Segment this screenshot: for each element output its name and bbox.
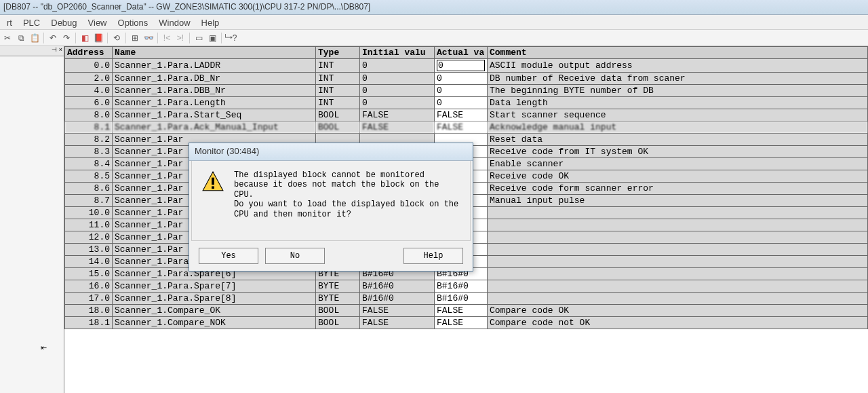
menu-debug[interactable]: Debug <box>45 16 82 29</box>
cell-type[interactable]: BYTE <box>316 293 360 305</box>
cell-av[interactable]: FALSE <box>435 121 488 134</box>
menu-plc[interactable]: PLC <box>18 16 45 29</box>
cell-type[interactable]: INT <box>316 73 360 85</box>
menu-options[interactable]: Options <box>113 16 154 29</box>
cell-iv[interactable]: 0 <box>360 59 435 73</box>
paste-icon[interactable]: 📋 <box>28 32 41 44</box>
cell-addr[interactable]: 14.0 <box>65 256 113 268</box>
cell-iv[interactable]: B#16#0 <box>360 293 435 305</box>
prev-icon[interactable]: !< <box>161 32 173 44</box>
cell-iv[interactable]: 0 <box>360 73 435 85</box>
cell-iv[interactable]: FALSE <box>360 121 435 134</box>
cell-av[interactable]: FALSE <box>435 305 488 317</box>
cell-cm[interactable] <box>488 268 868 280</box>
library-icon[interactable]: 📕 <box>92 32 104 44</box>
cell-addr[interactable]: 8.0 <box>65 109 113 121</box>
cell-addr[interactable]: 8.2 <box>65 134 113 146</box>
cell-cm[interactable]: The beginning BYTE number of DB <box>488 85 868 97</box>
cell-cm[interactable]: Receive code from IT system OK <box>488 146 868 158</box>
actual-value-input[interactable] <box>437 60 485 71</box>
symbol-icon[interactable]: ◧ <box>79 32 91 44</box>
cell-type[interactable]: BYTE <box>316 280 360 293</box>
col-header[interactable]: Actual va <box>435 47 488 59</box>
cell-cm[interactable]: Start scanner sequence <box>488 109 868 121</box>
cell-addr[interactable]: 18.0 <box>65 305 113 317</box>
table-row[interactable]: 0.0Scanner_1.Para.LADDRINT0ASCII module … <box>65 59 868 73</box>
cell-type[interactable]: BOOL <box>316 317 360 329</box>
table-row[interactable]: 18.1Scanner_1.Compare_NOKBOOLFALSEFALSEC… <box>65 317 868 329</box>
cell-addr[interactable]: 12.0 <box>65 231 113 244</box>
cell-type[interactable]: BOOL <box>316 121 360 134</box>
cell-cm[interactable]: Compare code not OK <box>488 317 868 329</box>
no-button[interactable]: No <box>265 248 325 264</box>
cell-cm[interactable] <box>488 280 868 293</box>
monitor-icon[interactable]: 👓 <box>142 32 155 44</box>
menu-view[interactable]: View <box>83 16 113 29</box>
cell-cm[interactable] <box>488 293 868 305</box>
cell-av[interactable]: FALSE <box>435 109 488 121</box>
cell-av[interactable]: FALSE <box>435 317 488 329</box>
cell-iv[interactable]: 0 <box>360 97 435 109</box>
cell-cm[interactable]: Receive code form scanner error <box>488 183 868 195</box>
cell-name[interactable]: Scanner_1.Compare_NOK <box>113 317 316 329</box>
cell-name[interactable]: Scanner_1.Para.Spare[8] <box>113 293 316 305</box>
table-row[interactable]: 16.0Scanner_1.Para.Spare[7]BYTEB#16#0B#1… <box>65 280 868 293</box>
col-header[interactable]: Comment <box>488 47 868 59</box>
cell-av[interactable]: B#16#0 <box>435 280 488 293</box>
cell-cm[interactable]: Data length <box>488 97 868 109</box>
table-row[interactable]: 8.0Scanner_1.Para.Start_SeqBOOLFALSEFALS… <box>65 109 868 121</box>
cell-cm[interactable] <box>488 256 868 268</box>
network-icon[interactable]: ⊞ <box>129 32 141 44</box>
undo-icon[interactable]: ↶ <box>47 32 59 44</box>
cell-cm[interactable] <box>488 231 868 244</box>
cell-name[interactable]: Scanner_1.Para.Length <box>113 97 316 109</box>
table-row[interactable]: 6.0Scanner_1.Para.LengthINT00Data length <box>65 97 868 109</box>
cell-av[interactable]: 0 <box>435 73 488 85</box>
yes-button[interactable]: Yes <box>199 248 258 264</box>
cell-type[interactable]: BOOL <box>316 305 360 317</box>
cell-name[interactable]: Scanner_1.Para.Start_Seq <box>113 109 316 121</box>
menu-help[interactable]: Help <box>196 16 225 29</box>
cell-type[interactable]: BOOL <box>316 109 360 121</box>
cell-name[interactable]: Scanner_1.Para.DB_Nr <box>113 73 316 85</box>
cell-type[interactable]: INT <box>316 59 360 73</box>
cell-addr[interactable]: 2.0 <box>65 73 113 85</box>
cell-addr[interactable]: 8.6 <box>65 183 113 195</box>
cell-addr[interactable]: 8.4 <box>65 158 113 170</box>
cell-type[interactable]: INT <box>316 97 360 109</box>
side-panel-header[interactable]: ⊣ × <box>0 46 64 56</box>
cell-addr[interactable]: 8.3 <box>65 146 113 158</box>
cell-addr[interactable]: 10.0 <box>65 207 113 219</box>
cell-av[interactable]: 0 <box>435 97 488 109</box>
cell-addr[interactable]: 4.0 <box>65 85 113 97</box>
cell-iv[interactable]: FALSE <box>360 305 435 317</box>
cell-addr[interactable]: 8.7 <box>65 195 113 207</box>
cell-cm[interactable]: Receive code OK <box>488 170 868 183</box>
table-row[interactable]: 4.0Scanner_1.Para.DBB_NrINT00The beginni… <box>65 85 868 97</box>
cell-iv[interactable]: FALSE <box>360 109 435 121</box>
cell-cm[interactable]: Reset data <box>488 134 868 146</box>
cell-type[interactable]: INT <box>316 85 360 97</box>
col-header[interactable]: Address <box>65 47 113 59</box>
table-row[interactable]: 8.1Scanner_1.Para.Ack_Manual_InputBOOLFA… <box>65 121 868 134</box>
view1-icon[interactable]: ▭ <box>193 32 205 44</box>
col-header[interactable]: Initial valu <box>360 47 435 59</box>
table-row[interactable]: 17.0Scanner_1.Para.Spare[8]BYTEB#16#0B#1… <box>65 293 868 305</box>
copy-icon[interactable]: ⧉ <box>15 32 27 44</box>
cell-av[interactable]: B#16#0 <box>435 293 488 305</box>
cell-addr[interactable]: 16.0 <box>65 280 113 293</box>
cell-cm[interactable]: Compare code OK <box>488 305 868 317</box>
cell-addr[interactable]: 8.5 <box>65 170 113 183</box>
contexthelp-icon[interactable]: ⮡? <box>224 32 237 44</box>
redo-icon[interactable]: ↷ <box>60 32 73 44</box>
cell-addr[interactable]: 15.0 <box>65 268 113 280</box>
cell-addr[interactable]: 8.1 <box>65 121 113 134</box>
cell-name[interactable]: Scanner_1.Para.DBB_Nr <box>113 85 316 97</box>
menu-window[interactable]: Window <box>153 16 195 29</box>
cell-av[interactable]: 0 <box>435 85 488 97</box>
cell-cm[interactable]: DB number of Receive data from scaner <box>488 73 868 85</box>
cut-icon[interactable]: ✂ <box>1 32 14 44</box>
cell-cm[interactable] <box>488 244 868 256</box>
table-row[interactable]: 2.0Scanner_1.Para.DB_NrINT00DB number of… <box>65 73 868 85</box>
menu-rt[interactable]: rt <box>1 16 18 29</box>
